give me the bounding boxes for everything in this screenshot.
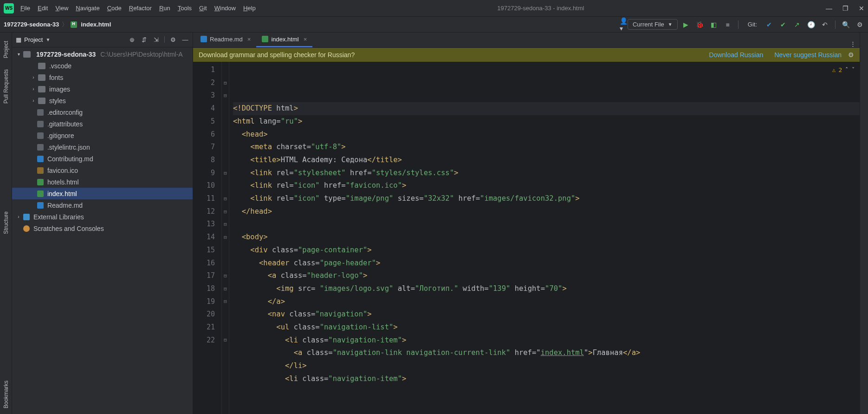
stop-button[interactable]: ■	[724, 21, 732, 28]
git-push-button[interactable]: ↗	[793, 21, 801, 28]
warning-count: 2	[839, 64, 842, 77]
html-file-icon	[71, 21, 77, 28]
line-number-gutter[interactable]: 12345678910111213141516171819202122	[193, 62, 222, 414]
title-bar: WS FileEditViewNavigateCodeRefactorRunTo…	[0, 0, 868, 17]
tree-item[interactable]: .stylelintrc.json	[12, 141, 193, 153]
git-commit-button[interactable]: ✔	[779, 21, 787, 28]
banner-never-link[interactable]: Never suggest Russian	[774, 51, 842, 59]
tree-item[interactable]: hotels.html	[12, 176, 193, 188]
debug-button[interactable]: 🐞	[696, 21, 704, 28]
tree-item[interactable]: Contributing.md	[12, 153, 193, 164]
breadcrumb-sep: 〉	[62, 20, 68, 29]
run-config-label: Current File	[633, 21, 664, 28]
left-strip-pull-requests[interactable]: Pull Requests	[3, 69, 9, 104]
left-strip-bookmarks[interactable]: Bookmarks	[3, 381, 9, 408]
hide-button[interactable]: —	[181, 36, 189, 44]
chevron-up-icon[interactable]: ˆ	[845, 64, 849, 77]
chevron-down-icon: ▼	[668, 22, 673, 27]
menu-tools[interactable]: Tools	[178, 5, 192, 12]
run-button[interactable]: ▶	[682, 21, 690, 28]
tree-item[interactable]: favicon.ico	[12, 164, 193, 176]
banner-settings-icon[interactable]: ⚙	[848, 51, 854, 59]
navigation-bar: 1972729-sedona-33 〉 index.html 👤▾ Curren…	[0, 17, 868, 33]
settings-button[interactable]: ⚙	[856, 21, 863, 28]
chevron-down-icon[interactable]: ˇ	[851, 64, 855, 77]
editor-area: Readme.md×index.html×⋮ Download grammar …	[193, 33, 860, 414]
toolbar-run: ▶ 🐞 ◧ ■ Git: ✔ ✔ ↗ 🕘 ↶ 🔍 ⚙	[682, 20, 863, 29]
menu-bar: FileEditViewNavigateCodeRefactorRunTools…	[20, 5, 256, 12]
tree-item[interactable]: ▾ 1972729-sedona-33C:\Users\HP\Desktop\h…	[12, 48, 193, 60]
git-history-button[interactable]: 🕘	[807, 21, 815, 28]
inspection-widget[interactable]: ⚠ 2 ˆ ˇ	[832, 64, 855, 77]
editor-tab[interactable]: index.html×	[256, 32, 312, 47]
html-file-icon	[262, 36, 268, 42]
select-opened-file-button[interactable]: ⊕	[128, 36, 136, 44]
tree-item[interactable]: › images	[12, 83, 193, 95]
run-config-selector[interactable]: Current File ▼	[628, 19, 678, 30]
git-rollback-button[interactable]: ↶	[821, 21, 829, 28]
project-tree[interactable]: ▾ 1972729-sedona-33C:\Users\HP\Desktop\h…	[12, 47, 193, 414]
tree-item[interactable]: Readme.md	[12, 199, 193, 211]
search-button[interactable]: 🔍	[842, 21, 849, 28]
collapse-all-button[interactable]: ⇲	[152, 36, 160, 44]
menu-view[interactable]: View	[55, 5, 68, 12]
maximize-button[interactable]: ❐	[842, 5, 849, 12]
tree-item[interactable]: Scratches and Consoles	[12, 223, 193, 234]
tree-item[interactable]: .vscode	[12, 60, 193, 72]
window-title: 1972729-sedona-33 - index.html	[256, 5, 826, 12]
project-header: ▦ Project ▼ ⊕ ⇵ ⇲ ⚙ —	[12, 33, 193, 47]
chevron-down-icon[interactable]: ▼	[45, 37, 50, 42]
app-icon: WS	[4, 3, 14, 13]
close-button[interactable]: ✕	[859, 5, 864, 12]
git-label: Git:	[748, 21, 757, 28]
fold-gutter[interactable]: ⊟⊟⊟⊟⊟⊟⊟⊟⊟⊟⊟	[222, 62, 229, 414]
menu-edit[interactable]: Edit	[38, 5, 48, 12]
settings-icon[interactable]: ⚙	[169, 36, 177, 44]
md-file-icon	[201, 36, 207, 42]
warning-icon: ⚠	[832, 64, 836, 77]
expand-all-button[interactable]: ⇵	[140, 36, 148, 44]
menu-refactor[interactable]: Refactor	[129, 5, 152, 12]
breadcrumb-root[interactable]: 1972729-sedona-33	[4, 21, 59, 28]
tabs-more-icon[interactable]: ⋮	[846, 40, 860, 47]
minimize-button[interactable]: —	[826, 5, 832, 12]
tree-item[interactable]: › fonts	[12, 72, 193, 83]
user-icon[interactable]: 👤▾	[620, 21, 628, 28]
tree-item[interactable]: .editorconfig	[12, 106, 193, 118]
window-controls: — ❐ ✕	[826, 5, 864, 12]
menu-git[interactable]: Git	[199, 5, 207, 12]
breadcrumb-file[interactable]: index.html	[81, 21, 111, 28]
project-title[interactable]: Project	[24, 36, 43, 43]
banner-download-link[interactable]: Download Russian	[709, 51, 764, 59]
menu-help[interactable]: Help	[243, 5, 256, 12]
tree-item[interactable]: .gitignore	[12, 130, 193, 141]
close-tab-icon[interactable]: ×	[247, 36, 251, 43]
right-tool-strip	[860, 33, 868, 414]
git-update-button[interactable]: ✔	[765, 21, 773, 28]
menu-window[interactable]: Window	[214, 5, 236, 12]
editor-tabs: Readme.md×index.html×⋮	[193, 33, 860, 48]
code-editor[interactable]: 12345678910111213141516171819202122 ⊟⊟⊟⊟…	[193, 62, 860, 414]
main-layout: ProjectPull RequestsStructureBookmarks ▦…	[0, 33, 868, 414]
close-tab-icon[interactable]: ×	[304, 36, 307, 43]
left-tool-strip: ProjectPull RequestsStructureBookmarks	[0, 33, 12, 414]
menu-code[interactable]: Code	[107, 5, 122, 12]
menu-run[interactable]: Run	[159, 5, 170, 12]
menu-navigate[interactable]: Navigate	[76, 5, 99, 12]
tree-item[interactable]: .gitattributes	[12, 118, 193, 130]
code-content[interactable]: ⚠ 2 ˆ ˇ <!DOCTYPE html><html lang="ru"> …	[229, 62, 860, 414]
notification-banner: Download grammar and spelling checker fo…	[193, 48, 860, 62]
banner-message: Download grammar and spelling checker fo…	[199, 51, 355, 59]
tree-item[interactable]: › External Libraries	[12, 211, 193, 223]
tree-item[interactable]: › styles	[12, 95, 193, 106]
left-strip-project[interactable]: Project	[3, 41, 9, 58]
editor-tab[interactable]: Readme.md×	[195, 32, 256, 47]
tree-item[interactable]: index.html	[12, 188, 193, 199]
left-strip-structure[interactable]: Structure	[3, 211, 9, 234]
project-tool-window: ▦ Project ▼ ⊕ ⇵ ⇲ ⚙ — ▾ 1972729-sedona-3…	[12, 33, 193, 414]
coverage-button[interactable]: ◧	[710, 21, 718, 28]
project-view-icon: ▦	[16, 36, 21, 43]
breadcrumb[interactable]: 1972729-sedona-33 〉 index.html	[4, 20, 111, 29]
menu-file[interactable]: File	[20, 5, 30, 12]
